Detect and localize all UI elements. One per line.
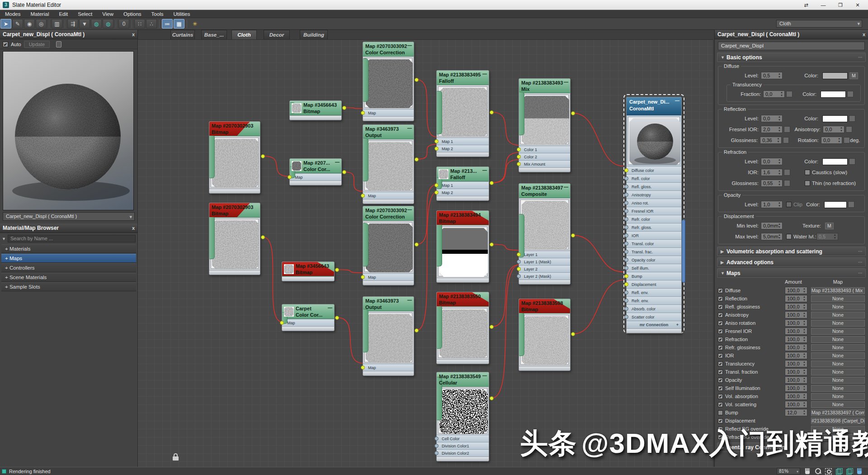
- node-header[interactable]: Map #2138383550Bitmap: [437, 292, 489, 307]
- spinner-arrows[interactable]: ▲▼: [802, 361, 807, 367]
- color-swatch[interactable]: [822, 115, 848, 122]
- output-socket[interactable]: [415, 328, 419, 332]
- maps-amount-spinner[interactable]: 100,0▲▼: [785, 336, 807, 343]
- material-node-header[interactable]: Carpet_new_Di...CoronaMtl—: [627, 97, 681, 115]
- input-socket[interactable]: [624, 315, 628, 319]
- spinner-reflection-glossiness[interactable]: 0,36▲▼: [760, 137, 781, 144]
- input-socket[interactable]: [624, 233, 628, 238]
- spinner-arrows[interactable]: ▲▼: [777, 72, 782, 79]
- node-input-slot[interactable]: Map: [363, 273, 414, 280]
- node-input-slot[interactable]: Map 1: [437, 138, 489, 145]
- map-slot-button[interactable]: [846, 126, 852, 133]
- maps-amount-spinner[interactable]: 100,0▲▼: [785, 344, 807, 351]
- map-node-c2[interactable]: Map #3463973Output—Map: [363, 124, 414, 204]
- node-input-slot[interactable]: Layer 2: [519, 265, 570, 272]
- output-socket[interactable]: [415, 157, 419, 162]
- map-slot-button[interactable]: [784, 169, 790, 176]
- map-slot-button[interactable]: [784, 126, 790, 133]
- maps-row-checkbox[interactable]: ✔: [718, 288, 723, 293]
- spinner-arrows[interactable]: ▲▼: [802, 304, 807, 310]
- tab-base_[interactable]: Base_...: [201, 30, 227, 39]
- maps-row-checkbox[interactable]: ✔: [718, 329, 723, 334]
- input-socket[interactable]: [517, 147, 521, 152]
- spinner-refraction-ior[interactable]: 1,6▲▼: [761, 169, 783, 176]
- node-input-slot[interactable]: Color 1: [519, 146, 570, 153]
- search-input[interactable]: Search by Name ...: [8, 235, 136, 242]
- maps-row-checkbox[interactable]: [718, 410, 723, 415]
- output-socket[interactable]: [415, 242, 419, 247]
- maps-row-checkbox[interactable]: ✔: [718, 345, 723, 350]
- checkbox-icon[interactable]: [786, 234, 792, 239]
- map-node-b2[interactable]: Map #207...Color Cor...—Map: [289, 158, 342, 185]
- input-socket[interactable]: [361, 275, 365, 279]
- node-input-slot[interactable]: Map 2: [437, 189, 489, 196]
- input-socket[interactable]: [434, 139, 439, 143]
- input-socket[interactable]: [624, 185, 628, 189]
- spinner-arrows[interactable]: ▲▼: [802, 393, 807, 399]
- move-children-icon[interactable]: ⇶: [67, 19, 78, 28]
- node-input-slot[interactable]: Division Color2: [437, 449, 489, 456]
- map-node-d1[interactable]: Map #2138383495Falloff—Map 1Map 2: [436, 70, 489, 157]
- minimize-button[interactable]: —: [816, 1, 831, 9]
- node-input-slot[interactable]: Mix Amount: [519, 160, 570, 167]
- maps-amount-spinner[interactable]: 100,0▲▼: [785, 368, 807, 375]
- input-socket[interactable]: [517, 155, 521, 159]
- input-socket[interactable]: [624, 209, 628, 213]
- input-socket[interactable]: [517, 162, 521, 166]
- input-socket[interactable]: [624, 307, 628, 311]
- maps-map-button[interactable]: None: [811, 320, 865, 327]
- maps-amount-spinner[interactable]: 100,0▲▼: [785, 311, 807, 318]
- input-socket[interactable]: [280, 321, 284, 325]
- material-node-carpet-new-displ[interactable]: Carpet_new_Di...CoronaMtl— Diffuse color…: [626, 97, 682, 333]
- input-socket[interactable]: [624, 217, 628, 221]
- maps-row-checkbox[interactable]: ✔: [718, 418, 723, 423]
- output-socket[interactable]: [335, 268, 339, 272]
- tab-building[interactable]: Building: [300, 30, 328, 39]
- input-socket[interactable]: [434, 183, 439, 187]
- map-node-e2[interactable]: Map #2138383497Composite—Layer 1Layer 1 …: [519, 183, 571, 285]
- input-socket[interactable]: [624, 193, 628, 197]
- input-socket[interactable]: [434, 190, 439, 195]
- collapse-icon[interactable]: —: [335, 160, 340, 165]
- map-slot-button[interactable]: [848, 201, 854, 208]
- input-socket[interactable]: [624, 242, 628, 246]
- input-socket[interactable]: [434, 451, 439, 455]
- rollout-advanced-options[interactable]: Advanced options▶⋯: [717, 257, 866, 267]
- map-node-e1[interactable]: Map #2138383493Mix—Color 1Color 2Mix Amo…: [519, 78, 571, 172]
- material-preview-dropdown[interactable]: Carpet_new_Displ ( CoronaMtl ): [3, 212, 135, 221]
- checkbox-icon[interactable]: [805, 170, 810, 175]
- checkbox-causticsslow[interactable]: Caustics (slow): [805, 170, 847, 175]
- menu-item-utilities[interactable]: Utilities: [168, 10, 195, 18]
- map-slot-button[interactable]: [786, 91, 793, 97]
- menu-item-modes[interactable]: Modes: [0, 10, 26, 18]
- browser-group-controllers[interactable]: + Controllers: [1, 263, 136, 272]
- maximize-button[interactable]: ❐: [833, 1, 848, 9]
- output-socket[interactable]: [490, 110, 494, 114]
- node-header[interactable]: Map #2138383598Bitmap: [519, 299, 570, 314]
- node-input-slot[interactable]: Map: [363, 192, 414, 199]
- material-input-slot[interactable]: Diffuse color: [627, 166, 681, 174]
- map-slot-button[interactable]: [844, 137, 850, 143]
- input-socket[interactable]: [624, 201, 628, 205]
- spinner-arrows[interactable]: ▲▼: [802, 328, 807, 334]
- maps-map-button[interactable]: None: [811, 304, 865, 310]
- spinner-refraction-level[interactable]: 0,0▲▼: [761, 158, 783, 165]
- input-socket[interactable]: [624, 299, 628, 303]
- maps-amount-spinner[interactable]: 100,0▲▼: [785, 376, 807, 384]
- spinner-arrows[interactable]: ▲▼: [802, 377, 807, 383]
- maps-map-button[interactable]: None: [811, 336, 865, 343]
- map-node-c4[interactable]: Map #3463973Output—Map: [363, 296, 414, 376]
- spinner-arrows[interactable]: ▲▼: [802, 409, 807, 416]
- update-button[interactable]: Update: [24, 41, 50, 48]
- map-slot-button[interactable]: [849, 158, 855, 165]
- hand-icon[interactable]: [804, 468, 811, 475]
- material-input-slot[interactable]: Self illum.: [627, 264, 681, 272]
- delete-selected-icon[interactable]: ▥: [52, 19, 62, 28]
- material-input-slot[interactable]: Anisotropy: [627, 190, 681, 199]
- maps-amount-spinner[interactable]: 100,0▲▼: [785, 352, 807, 359]
- maps-map-button[interactable]: #2138383598 (Carpet_Displace_: [811, 418, 865, 424]
- input-socket[interactable]: [624, 168, 628, 172]
- node-scrollbar[interactable]: [682, 219, 685, 283]
- spinner-arrows[interactable]: ▲▼: [776, 137, 781, 143]
- menu-item-options[interactable]: Options: [118, 10, 146, 18]
